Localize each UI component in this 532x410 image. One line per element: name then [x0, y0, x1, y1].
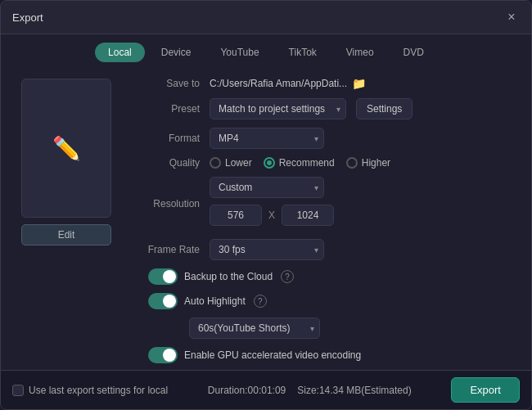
- quality-lower-radio: [210, 157, 221, 169]
- quality-recommend-radio: [264, 157, 275, 169]
- preset-select[interactable]: Match to project settings: [210, 98, 346, 119]
- tab-device[interactable]: Device: [148, 43, 205, 62]
- frame-rate-select-wrap: 30 fps ▾: [210, 239, 324, 260]
- format-row: Format MP4 ▾: [140, 128, 515, 149]
- preview-box: ✏️: [21, 79, 111, 218]
- highlight-dropdown[interactable]: 60s(YouTube Shorts): [189, 318, 320, 339]
- settings-button[interactable]: Settings: [356, 98, 413, 119]
- resolution-row: Resolution Custom ▾ X: [140, 177, 515, 231]
- last-settings-checkbox[interactable]: [12, 385, 24, 396]
- frame-rate-row: Frame Rate 30 fps ▾: [140, 239, 515, 260]
- edit-button[interactable]: Edit: [21, 224, 111, 246]
- tab-vimeo[interactable]: Vimeo: [333, 43, 387, 62]
- export-button[interactable]: Export: [451, 377, 520, 403]
- frame-rate-select[interactable]: 30 fps: [210, 239, 324, 260]
- cloud-backup-toggle[interactable]: [148, 268, 178, 285]
- duration-label: Duration:00:01:09: [208, 385, 286, 396]
- frame-rate-label: Frame Rate: [140, 244, 210, 255]
- quality-lower-option[interactable]: Lower: [210, 157, 252, 169]
- auto-highlight-toggle[interactable]: [148, 293, 178, 309]
- resolution-height-input[interactable]: [282, 205, 334, 226]
- resolution-x-label: X: [268, 210, 275, 221]
- quality-label: Quality: [140, 157, 210, 169]
- format-select-wrap: MP4 ▾: [210, 128, 324, 149]
- format-select[interactable]: MP4: [210, 128, 324, 149]
- footer-left: Use last export settings for local: [12, 385, 168, 396]
- save-to-label: Save to: [140, 78, 210, 89]
- quality-higher-label: Higher: [362, 157, 390, 169]
- close-button[interactable]: ×: [503, 9, 520, 25]
- tab-local[interactable]: Local: [95, 43, 145, 62]
- quality-lower-label: Lower: [225, 157, 252, 169]
- cloud-info-icon[interactable]: ?: [281, 270, 294, 283]
- quality-recommend-option[interactable]: Recommend: [264, 157, 335, 169]
- tab-dvd[interactable]: DVD: [390, 43, 437, 62]
- tab-youtube[interactable]: YouTube: [207, 43, 272, 62]
- window-title: Export: [12, 11, 43, 24]
- highlight-dropdown-row: 60s(YouTube Shorts) ▾: [140, 318, 515, 339]
- resolution-select[interactable]: Custom: [210, 177, 324, 198]
- save-path-text: C:/Users/Rafia Aman/AppDati...: [210, 78, 347, 89]
- preset-row: Preset Match to project settings ▾ Setti…: [140, 98, 515, 119]
- gpu-toggle[interactable]: [148, 347, 178, 363]
- save-to-row: Save to C:/Users/Rafia Aman/AppDati... 📁: [140, 77, 515, 90]
- format-label: Format: [140, 133, 210, 144]
- quality-higher-radio: [346, 157, 358, 169]
- title-bar: Export ×: [1, 1, 531, 34]
- resolution-width-input[interactable]: [210, 205, 262, 226]
- export-window: Export × Local Device YouTube TikTok Vim…: [0, 0, 532, 410]
- edit-pencil-icon: ✏️: [52, 135, 81, 162]
- save-to-value: C:/Users/Rafia Aman/AppDati... 📁: [210, 77, 515, 90]
- auto-highlight-label: Auto Highlight: [184, 295, 246, 307]
- quality-row: Quality Lower Recommend High: [140, 157, 515, 169]
- cloud-backup-label: Backup to the Cloud: [184, 271, 273, 282]
- highlight-info-icon[interactable]: ?: [254, 295, 267, 308]
- preset-label: Preset: [140, 103, 210, 115]
- auto-highlight-row: Auto Highlight ?: [140, 293, 515, 309]
- resolution-label: Resolution: [140, 198, 210, 210]
- size-label: Size:14.34 MB(Estimated): [297, 385, 411, 396]
- preset-select-wrap: Match to project settings ▾: [210, 98, 346, 119]
- last-settings-label: Use last export settings for local: [29, 385, 168, 396]
- highlight-dropdown-wrap: 60s(YouTube Shorts) ▾: [189, 318, 320, 339]
- quality-options: Lower Recommend Higher: [210, 157, 390, 169]
- quality-higher-option[interactable]: Higher: [346, 157, 390, 169]
- tab-bar: Local Device YouTube TikTok Vimeo DVD: [1, 34, 531, 69]
- last-settings-checkbox-wrap[interactable]: Use last export settings for local: [12, 385, 168, 396]
- folder-icon[interactable]: 📁: [352, 77, 366, 90]
- cloud-backup-row: Backup to the Cloud ?: [140, 268, 515, 285]
- tab-tiktok[interactable]: TikTok: [276, 43, 330, 62]
- gpu-label: Enable GPU accelerated video encoding: [184, 349, 361, 361]
- quality-recommend-label: Recommend: [279, 157, 335, 169]
- footer: Use last export settings for local Durat…: [1, 370, 531, 409]
- settings-panel: Save to C:/Users/Rafia Aman/AppDati... 📁…: [132, 69, 531, 370]
- main-content: ✏️ Edit Save to C:/Users/Rafia Aman/AppD…: [1, 69, 531, 370]
- resolution-select-wrap: Custom ▾: [210, 177, 324, 198]
- gpu-toggle-row: Enable GPU accelerated video encoding: [140, 347, 515, 363]
- resolution-inputs: X: [210, 205, 334, 226]
- footer-center: Duration:00:01:09 Size:14.34 MB(Estimate…: [208, 385, 412, 396]
- preview-panel: ✏️ Edit: [1, 69, 132, 370]
